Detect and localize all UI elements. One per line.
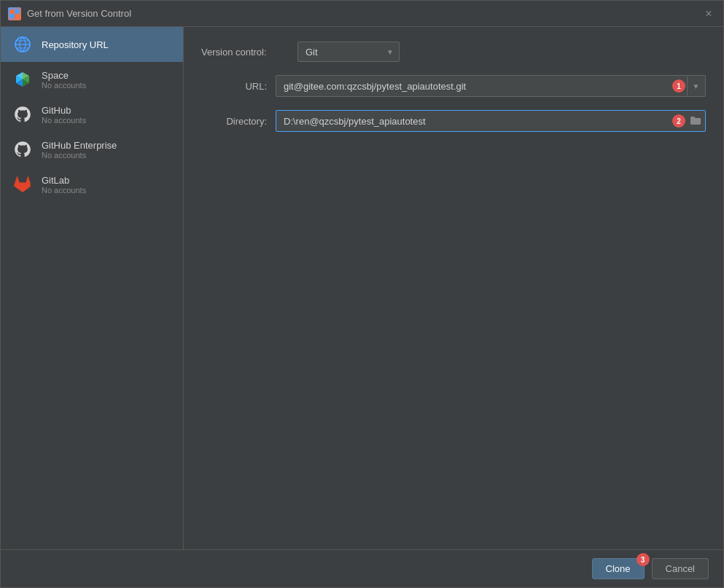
dialog-footer: Clone 3 Cancel: [1, 549, 723, 587]
url-input[interactable]: [276, 75, 706, 97]
directory-input[interactable]: [276, 110, 706, 132]
title-bar: Get from Version Control ×: [1, 1, 723, 27]
github-icon: [12, 104, 33, 125]
directory-label: Directory:: [201, 116, 267, 127]
version-control-dropdown[interactable]: Git: [297, 42, 400, 62]
url-label: URL:: [201, 81, 267, 92]
svg-rect-3: [15, 14, 19, 18]
clone-badge: 3: [637, 553, 650, 566]
sidebar-item-github-subtitle: No accounts: [42, 116, 86, 125]
sidebar-item-space-text: Space No accounts: [42, 70, 86, 90]
sidebar-item-repository-url[interactable]: Repository URL: [1, 27, 183, 62]
app-icon: [8, 7, 21, 20]
url-dropdown-button[interactable]: ▼: [687, 77, 704, 95]
sidebar-item-gitlab-text: GitLab No accounts: [42, 175, 86, 195]
sidebar-item-github-enterprise-subtitle: No accounts: [42, 151, 117, 160]
repo-url-icon: [12, 34, 33, 55]
url-input-wrapper: 1 ▼: [276, 75, 706, 97]
browse-folder-button[interactable]: [687, 111, 704, 130]
sidebar-item-gitlab-subtitle: No accounts: [42, 186, 86, 195]
directory-input-wrapper: 2: [276, 110, 706, 132]
url-badge: 1: [672, 79, 685, 93]
version-control-row: Version control: Git ▼: [201, 42, 706, 62]
svg-rect-1: [15, 9, 19, 14]
sidebar-item-github-enterprise[interactable]: GitHub Enterprise No accounts: [1, 132, 183, 167]
cancel-button[interactable]: Cancel: [652, 558, 709, 579]
main-content: Version control: Git ▼ URL: 1 ▼: [184, 27, 723, 549]
sidebar-item-github-enterprise-text: GitHub Enterprise No accounts: [42, 140, 117, 160]
gitlab-icon: [12, 174, 33, 195]
directory-row: Directory: 2: [201, 110, 706, 132]
version-control-label: Version control:: [201, 47, 289, 58]
sidebar-item-space[interactable]: Space No accounts: [1, 62, 183, 97]
close-button[interactable]: ×: [701, 7, 716, 21]
space-icon: [12, 69, 33, 90]
clone-button[interactable]: Clone 3: [592, 558, 645, 579]
svg-rect-0: [10, 9, 15, 14]
sidebar-item-github[interactable]: GitHub No accounts: [1, 97, 183, 132]
title-bar-left: Get from Version Control: [8, 7, 131, 20]
sidebar-item-github-enterprise-title: GitHub Enterprise: [42, 140, 117, 151]
clone-label: Clone: [606, 563, 631, 574]
url-row: URL: 1 ▼: [201, 75, 706, 97]
github-enterprise-icon: [12, 139, 33, 160]
dialog-body: Repository URL Spac: [1, 27, 723, 549]
version-control-dropdown-wrapper: Git ▼: [297, 42, 400, 62]
sidebar-item-github-title: GitHub: [42, 105, 86, 116]
sidebar: Repository URL Spac: [1, 27, 184, 549]
sidebar-item-gitlab[interactable]: GitLab No accounts: [1, 167, 183, 202]
sidebar-item-space-title: Space: [42, 70, 86, 81]
directory-badge: 2: [672, 114, 685, 128]
sidebar-item-space-subtitle: No accounts: [42, 81, 86, 90]
sidebar-item-github-text: GitHub No accounts: [42, 105, 86, 125]
dialog: Get from Version Control ×: [0, 0, 724, 588]
sidebar-item-gitlab-title: GitLab: [42, 175, 86, 186]
svg-rect-2: [10, 14, 15, 18]
dialog-title: Get from Version Control: [27, 8, 131, 19]
sidebar-item-repository-url-text: Repository URL: [42, 39, 109, 50]
sidebar-item-repository-url-title: Repository URL: [42, 39, 109, 50]
